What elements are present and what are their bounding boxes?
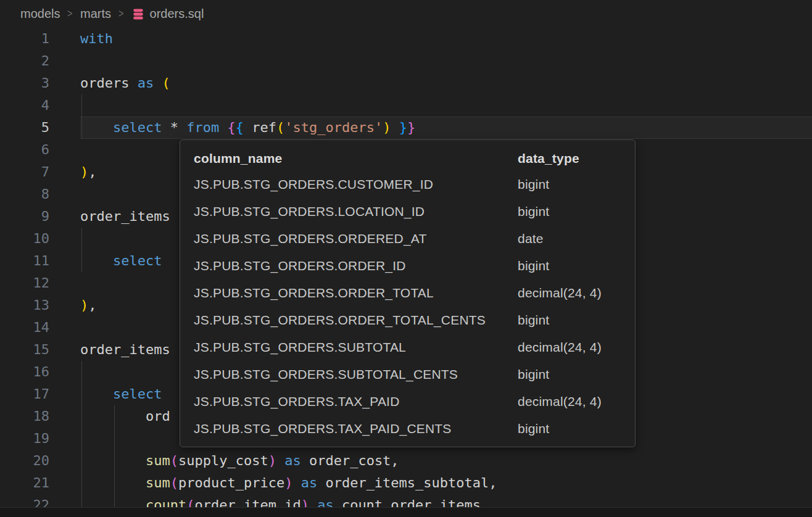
line-number[interactable]: 19	[0, 428, 80, 450]
code-token: as	[138, 75, 154, 91]
schema-row: JS.PUB.STG_ORDERS.ORDERED_ATdate	[194, 225, 621, 252]
line-number[interactable]: 18	[0, 405, 80, 428]
code-token: )	[383, 120, 391, 135]
schema-row: JS.PUB.STG_ORDERS.LOCATION_IDbigint	[194, 198, 621, 225]
code-token: }	[407, 120, 415, 135]
line-number[interactable]: 7	[0, 161, 80, 183]
code-token: order_items	[80, 342, 170, 357]
schema-column-name: JS.PUB.STG_ORDERS.ORDERED_AT	[194, 225, 518, 252]
code-line[interactable]: 21 sum(product_price) as order_items_sub…	[0, 472, 812, 494]
code-line[interactable]: 4	[0, 94, 812, 117]
code-line[interactable]: 1with	[0, 28, 812, 50]
indent-guide	[81, 117, 82, 139]
line-number[interactable]: 13	[0, 294, 80, 316]
schema-data-type: decimal(24, 4)	[518, 388, 621, 415]
schema-column-name: JS.PUB.STG_ORDERS.TAX_PAID	[194, 388, 518, 415]
code-token	[154, 75, 162, 91]
breadcrumb-item-file[interactable]: orders.sql	[131, 7, 204, 21]
code-token: with	[80, 31, 113, 46]
indent-guide	[81, 450, 82, 472]
line-number[interactable]: 15	[0, 339, 80, 361]
breadcrumb-item-marts[interactable]: marts	[80, 7, 111, 21]
code-token: (	[276, 120, 284, 135]
indent-guide	[81, 428, 82, 450]
hover-table-header: column_name data_type	[194, 146, 621, 171]
line-number[interactable]: 17	[0, 383, 80, 405]
code-token: order_items	[80, 209, 170, 224]
code-line[interactable]: 5 select * from {{ ref('stg_orders') }}	[0, 117, 812, 139]
code-text: select * from {{ ref('stg_orders') }}	[80, 117, 812, 139]
schema-column-name: JS.PUB.STG_ORDERS.TAX_PAID_CENTS	[194, 415, 518, 442]
code-text: with	[80, 28, 812, 50]
line-number[interactable]: 5	[0, 117, 80, 139]
code-token: )	[268, 453, 276, 468]
schema-column-name: JS.PUB.STG_ORDERS.SUBTOTAL	[194, 334, 518, 361]
code-token: *	[162, 120, 186, 135]
code-token: as	[284, 453, 301, 468]
schema-column-name: JS.PUB.STG_ORDERS.SUBTOTAL_CENTS	[194, 361, 518, 388]
code-token: (	[170, 475, 178, 490]
code-line[interactable]: 20 sum(supply_cost) as order_cost,	[0, 450, 812, 472]
code-token: ref	[244, 120, 276, 135]
line-number[interactable]: 4	[0, 94, 80, 117]
line-number[interactable]: 16	[0, 361, 80, 383]
code-token: (	[162, 75, 170, 91]
code-token	[292, 475, 300, 490]
indent-guide	[81, 472, 82, 494]
code-token: from	[186, 120, 219, 135]
line-number[interactable]: 3	[0, 72, 80, 94]
breadcrumb-separator-icon: >	[68, 7, 73, 20]
code-token	[80, 253, 113, 268]
code-token: {	[227, 120, 235, 135]
schema-column-name: JS.PUB.STG_ORDERS.ORDER_TOTAL	[194, 279, 518, 307]
schema-row: JS.PUB.STG_ORDERS.CUSTOMER_IDbigint	[194, 171, 621, 198]
breadcrumb: models > marts > orders.sql	[0, 0, 812, 28]
line-number[interactable]: 8	[0, 183, 80, 205]
line-number[interactable]: 1	[0, 28, 80, 50]
code-token: ,	[88, 297, 96, 313]
line-number[interactable]: 10	[0, 228, 80, 250]
code-token: 'stg_orders'	[284, 120, 383, 135]
schema-data-type: decimal(24, 4)	[518, 334, 621, 361]
code-token: (	[170, 453, 178, 468]
indent-guide	[81, 94, 82, 117]
line-number[interactable]: 2	[0, 50, 80, 72]
code-token: order_cost,	[301, 453, 399, 468]
schema-row: JS.PUB.STG_ORDERS.ORDER_TOTALdecimal(24,…	[194, 279, 621, 307]
code-line[interactable]: 3orders as (	[0, 72, 812, 94]
code-token: )	[80, 297, 88, 313]
code-token: sum	[146, 453, 170, 468]
code-token: order_items_subtotal,	[317, 475, 497, 490]
code-token: orders	[80, 75, 138, 91]
code-line[interactable]: 2	[0, 50, 812, 72]
code-token: supply_cost	[178, 453, 268, 468]
code-token: as	[301, 475, 318, 490]
indent-guide	[81, 405, 82, 428]
code-token	[219, 120, 227, 135]
schema-row: JS.PUB.STG_ORDERS.TAX_PAID_CENTSbigint	[194, 415, 621, 442]
line-number[interactable]: 12	[0, 272, 80, 294]
code-token: sum	[146, 475, 170, 490]
indent-guide	[81, 228, 82, 250]
line-number[interactable]: 6	[0, 139, 80, 161]
indent-guide	[81, 250, 82, 272]
breadcrumb-item-models[interactable]: models	[20, 7, 60, 21]
code-token: ord	[80, 408, 170, 424]
code-token: product_price	[178, 475, 284, 490]
schema-data-type: decimal(24, 4)	[518, 279, 621, 307]
schema-data-type: bigint	[518, 307, 621, 334]
hover-table-body: JS.PUB.STG_ORDERS.CUSTOMER_IDbigintJS.PU…	[194, 171, 621, 442]
code-text: sum(supply_cost) as order_cost,	[80, 450, 812, 472]
panel-divider	[0, 507, 812, 517]
line-number[interactable]: 9	[0, 205, 80, 228]
line-number[interactable]: 14	[0, 316, 80, 339]
code-token	[80, 453, 146, 468]
code-token: ,	[88, 164, 96, 180]
line-number[interactable]: 20	[0, 450, 80, 472]
line-number[interactable]: 11	[0, 250, 80, 272]
line-number[interactable]: 21	[0, 472, 80, 494]
indent-guide	[81, 361, 82, 383]
code-token: select	[113, 253, 162, 268]
schema-data-type: bigint	[518, 198, 621, 225]
schema-data-type: date	[518, 225, 621, 252]
